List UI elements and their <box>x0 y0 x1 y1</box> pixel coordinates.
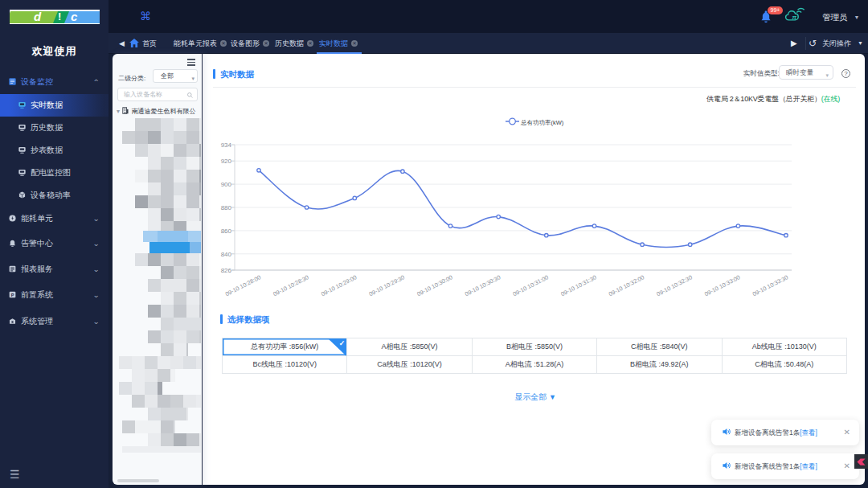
svg-text:09-10 10:29:30: 09-10 10:29:30 <box>368 273 406 297</box>
svg-text:P: P <box>11 293 14 297</box>
svg-text:09-10 10:30:00: 09-10 10:30:00 <box>416 273 453 297</box>
svg-text:09-10 10:28:00: 09-10 10:28:00 <box>224 273 262 297</box>
svg-text:880: 880 <box>221 204 232 211</box>
svg-text:826: 826 <box>221 267 232 274</box>
svg-text:09-10 10:33:30: 09-10 10:33:30 <box>751 273 789 297</box>
svg-text:900: 900 <box>221 181 232 188</box>
svg-text:09-10 10:29:00: 09-10 10:29:00 <box>320 273 358 297</box>
svg-text:09-10 10:32:00: 09-10 10:32:00 <box>608 273 645 297</box>
svg-text:总有功功率(kW): 总有功功率(kW) <box>520 119 564 126</box>
svg-text:920: 920 <box>221 158 232 165</box>
svg-text:09-10 10:31:00: 09-10 10:31:00 <box>512 273 550 297</box>
svg-text:840: 840 <box>221 251 232 258</box>
svg-text:860: 860 <box>221 228 232 235</box>
svg-text:09-10 10:30:30: 09-10 10:30:30 <box>464 273 502 297</box>
svg-text:934: 934 <box>221 141 232 149</box>
svg-text:09-10 10:28:30: 09-10 10:28:30 <box>272 273 309 297</box>
svg-text:09-10 10:32:30: 09-10 10:32:30 <box>655 273 693 297</box>
svg-text:π: π <box>792 14 796 21</box>
svg-text:09-10 10:33:00: 09-10 10:33:00 <box>703 273 741 297</box>
svg-text:09-10 10:31:30: 09-10 10:31:30 <box>559 273 597 297</box>
